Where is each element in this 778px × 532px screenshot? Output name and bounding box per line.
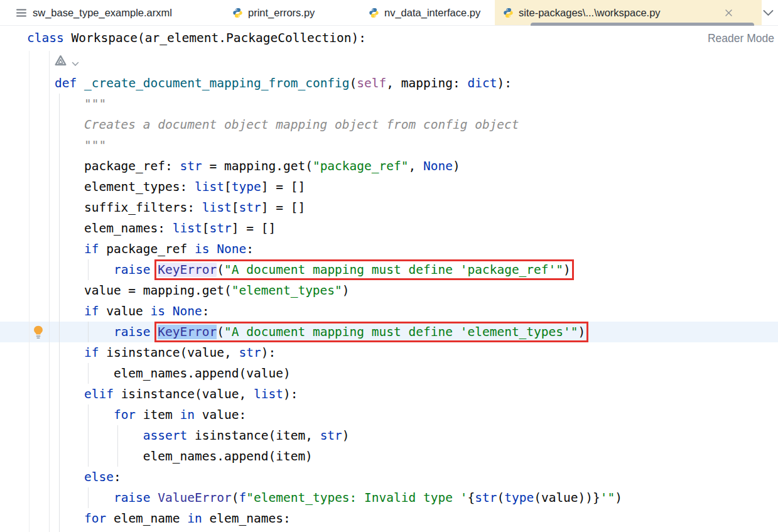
ide-window: sw_base_type_example.arxmlprint_errors.p… — [0, 0, 778, 532]
lightbulb-icon[interactable] — [33, 325, 44, 339]
code-token: ] = [] — [261, 200, 305, 215]
code-token: if — [84, 345, 99, 360]
code-token: "element_types: Invalid type ' — [246, 491, 467, 505]
code-line[interactable]: """ — [0, 94, 778, 114]
code-token: item — [136, 408, 180, 422]
chevron-down-icon[interactable] — [760, 6, 776, 19]
code-token: isinstance(value, — [114, 387, 254, 401]
indent-guide — [59, 94, 60, 532]
code-line[interactable]: for item in value: — [0, 404, 778, 425]
code-line[interactable]: elif isinstance(value, list): — [0, 384, 778, 404]
code-line[interactable]: value = mapping.get("element_types") — [0, 280, 778, 301]
code-token: str — [475, 491, 497, 505]
code-token: ( — [232, 491, 239, 505]
code-token: if — [84, 242, 99, 256]
code-token: dict — [467, 76, 497, 90]
inlay-chevron-down-icon[interactable] — [72, 52, 79, 73]
tab-print-errors-py[interactable]: print_errors.py — [217, 0, 367, 25]
code-token: = mapping.get( — [202, 159, 313, 173]
code-token: ): — [283, 387, 298, 401]
code-token: raise — [114, 263, 151, 277]
code-token: element_types: — [25, 180, 195, 194]
code-token: ) — [342, 428, 350, 443]
code-token: else — [84, 470, 114, 484]
code-token: package_ref — [99, 242, 195, 256]
code-token: list — [254, 387, 283, 401]
code-line-current[interactable]: raise KeyError("A document mapping must … — [0, 322, 778, 342]
code-token: , mapping: — [386, 76, 467, 90]
code-line[interactable]: suffix_filters: list[str] = [] — [0, 197, 778, 218]
tab-sw-base-type-example-arxml[interactable]: sw_base_type_example.arxml — [0, 0, 224, 25]
code-token: in — [187, 511, 202, 526]
code-line[interactable]: Creates a document object mapping object… — [0, 114, 778, 135]
code-token: for — [84, 511, 106, 526]
code-line[interactable]: if isinstance(value, str): — [0, 342, 778, 363]
code-line[interactable]: elem_names.append(value) — [0, 363, 778, 384]
code-token — [25, 263, 114, 277]
code-token: '" — [600, 491, 615, 505]
code-token: ): — [261, 345, 276, 360]
code-token: is — [151, 304, 165, 318]
code-token: f — [239, 491, 247, 505]
code-token: Creates a document object mapping object… — [25, 117, 519, 132]
close-icon[interactable] — [723, 7, 734, 18]
tab-nv-data-interface-py[interactable]: nv_data_interface.py — [353, 0, 511, 25]
code-line[interactable]: if package_ref is None: — [0, 239, 778, 259]
inlay-hint-icon[interactable] — [54, 52, 67, 73]
code-token: ( — [497, 491, 504, 505]
code-token: list — [173, 221, 202, 236]
code-area[interactable]: def _create_document_mapping_from_config… — [0, 52, 778, 529]
code-token: str — [210, 221, 232, 236]
reader-mode-label: Reader Mode — [708, 26, 774, 51]
code-token: elem_names.append(item) — [25, 449, 313, 464]
gutter-separator — [29, 51, 30, 532]
code-token: ( — [217, 325, 224, 339]
code-line[interactable]: else: — [0, 467, 778, 487]
code-token: str — [239, 200, 261, 215]
code-line[interactable]: elem_names.append(item) — [0, 446, 778, 467]
code-line[interactable]: raise ValueError(f"element_types: Invali… — [0, 487, 778, 508]
code-editor[interactable]: def _create_document_mapping_from_config… — [0, 51, 778, 532]
code-token: ) — [563, 263, 571, 277]
sticky-class-signature[interactable]: class Workspace(ar_element.PackageCollec… — [27, 26, 366, 51]
python-icon — [369, 8, 379, 18]
code-line[interactable]: assert isinstance(item, str) — [0, 425, 778, 446]
indent-guide — [117, 425, 118, 467]
code-token: type — [232, 180, 261, 194]
tab-label: site-packages\...\workspace.py — [519, 7, 661, 19]
code-token — [25, 345, 84, 360]
code-line[interactable]: elem_names: list[str] = [] — [0, 218, 778, 239]
code-token: ) — [578, 325, 586, 339]
code-token: elem_names: — [202, 511, 291, 526]
code-token: "package_ref" — [313, 159, 409, 173]
code-token: class — [27, 31, 64, 45]
code-token: elem_name — [106, 511, 187, 526]
code-token: isinstance(item, — [187, 428, 320, 443]
code-line[interactable]: """ — [0, 135, 778, 156]
code-token: None — [217, 242, 246, 256]
tab-site-packages-workspace-py[interactable]: site-packages\...\workspace.py — [495, 0, 762, 25]
arxml-file-icon — [16, 8, 28, 18]
editor-tab-bar: sw_base_type_example.arxmlprint_errors.p… — [0, 0, 778, 26]
code-token — [25, 387, 84, 401]
python-icon — [503, 8, 514, 18]
code-token — [25, 491, 114, 505]
code-token: assert — [143, 428, 187, 443]
code-token: raise — [114, 325, 151, 339]
code-line[interactable]: for elem_name in elem_names: — [0, 508, 778, 529]
code-token: { — [467, 491, 475, 505]
code-token: package_ref: — [25, 159, 180, 173]
code-token: value: — [195, 408, 246, 422]
indent-guide — [88, 322, 89, 342]
code-line[interactable]: if value is None: — [0, 301, 778, 322]
code-line[interactable]: def _create_document_mapping_from_config… — [0, 73, 778, 94]
code-line[interactable]: raise KeyError("A document mapping must … — [0, 259, 778, 280]
code-line[interactable]: element_types: list[type] = [] — [0, 176, 778, 197]
gutter-separator — [49, 51, 50, 532]
code-token: list — [202, 200, 232, 215]
sticky-context-header: class Workspace(ar_element.PackageCollec… — [0, 26, 778, 52]
code-line[interactable]: package_ref: str = mapping.get("package_… — [0, 156, 778, 176]
code-token — [151, 325, 158, 339]
code-token — [25, 76, 55, 90]
code-token: Workspace(ar_element.PackageCollection): — [64, 31, 366, 45]
